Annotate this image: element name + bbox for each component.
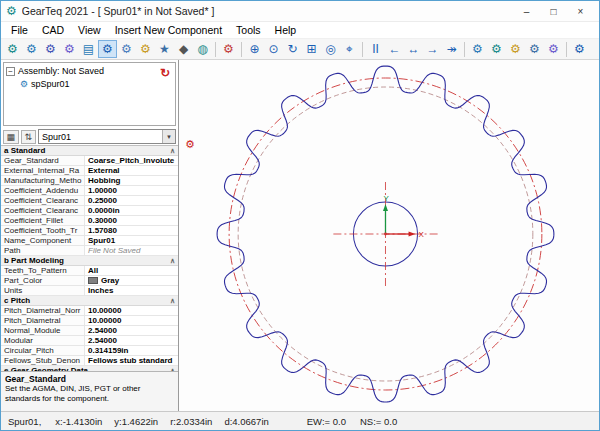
categorized-view-button[interactable]: ▦	[3, 130, 19, 144]
close-button[interactable]: ×	[567, 2, 594, 21]
internal-gear-tool[interactable]: ⚙	[117, 40, 136, 58]
property-row[interactable]: Gear_StandardCoarse_Pitch_Involute	[1, 156, 178, 166]
tree-node-assembly[interactable]: − Assembly: Not Saved	[6, 66, 173, 76]
property-row[interactable]: Coefficient_Clearanc0.25000	[1, 196, 178, 206]
property-row[interactable]: Coefficient_Tooth_Tr1.57080	[1, 226, 178, 236]
gear-train-tool[interactable]: ⚙	[136, 40, 155, 58]
center-distance-tool[interactable]: ⊕	[245, 40, 264, 58]
property-row[interactable]: Pitch_Diametral10.00000	[1, 316, 178, 326]
property-row[interactable]: Modular2.54000	[1, 336, 178, 346]
collapse-chevron-icon[interactable]: ∧	[170, 146, 175, 155]
database-tool[interactable]: ⚙	[525, 40, 544, 58]
app-window: ⚙ GearTeq 2021 - [ Spur01* in Not Saved*…	[0, 0, 600, 431]
property-value[interactable]: Gray	[85, 276, 178, 285]
refresh-icon[interactable]: ↻	[160, 66, 170, 80]
export-drawing-tool[interactable]: ⚙	[487, 40, 506, 58]
bevel-gear-tool[interactable]: ⚙	[60, 40, 79, 58]
minimize-button[interactable]: –	[513, 2, 540, 21]
property-row[interactable]: Coefficient_Fillet0.30000	[1, 216, 178, 226]
help-gear-tool[interactable]: ⚙	[570, 40, 589, 58]
property-row[interactable]: External_Internal_RaExternal	[1, 166, 178, 176]
property-row[interactable]: Name_ComponentSpur01	[1, 236, 178, 246]
property-value[interactable]: 1.57080	[85, 226, 178, 235]
property-row[interactable]: Pitch_Diametral_Norr10.00000	[1, 306, 178, 316]
cross-gear-tool[interactable]: ⚙	[22, 40, 41, 58]
rotate-gear-tool[interactable]: ↻	[283, 40, 302, 58]
property-category[interactable]: b Part Modeling∧	[1, 256, 178, 266]
drawing-canvas[interactable]: YX⚙	[179, 60, 599, 411]
property-value[interactable]: 10.00000	[85, 306, 178, 315]
property-row[interactable]: Coefficient_Addendu1.00000	[1, 186, 178, 196]
property-row[interactable]: Normal_Module2.54000	[1, 326, 178, 336]
rack-pinion-tool[interactable]: ▤	[79, 40, 98, 58]
property-value[interactable]: All	[85, 266, 178, 275]
gear-drawing[interactable]: YX⚙	[179, 60, 599, 411]
property-value[interactable]: External	[85, 166, 178, 175]
property-value[interactable]: 10.00000	[85, 316, 178, 325]
property-row[interactable]: Manufacturing_MethoHobbing	[1, 176, 178, 186]
step-back-button[interactable]: ←	[385, 40, 404, 58]
menu-item-tools[interactable]: Tools	[229, 23, 268, 37]
report-tool[interactable]: ⚙	[506, 40, 525, 58]
chevron-down-icon[interactable]: ▼	[162, 130, 175, 143]
property-value[interactable]: Hobbing	[85, 176, 178, 185]
property-row[interactable]: Coefficient_Clearanc0.0000in	[1, 206, 178, 216]
property-value[interactable]: 0.25000	[85, 196, 178, 205]
go-end-button[interactable]: ↠	[442, 40, 461, 58]
property-category[interactable]: c Pitch∧	[1, 296, 178, 306]
property-value[interactable]: 1.00000	[85, 186, 178, 195]
title-bar[interactable]: ⚙ GearTeq 2021 - [ Spur01* in Not Saved*…	[1, 1, 599, 22]
menu-item-help[interactable]: Help	[268, 23, 304, 37]
timing-pulley-tool[interactable]: ◍	[193, 40, 212, 58]
property-row[interactable]: Teeth_To_PatternAll	[1, 266, 178, 276]
collapse-chevron-icon[interactable]: ∧	[170, 296, 175, 305]
worm-gear-tool[interactable]: ⚙	[3, 40, 22, 58]
property-value[interactable]: Fellows stub standard	[85, 356, 178, 365]
maximize-button[interactable]: □	[540, 2, 567, 21]
tree-expander-icon[interactable]: −	[6, 67, 15, 76]
property-row[interactable]: Circular_Pitch0.314159in	[1, 346, 178, 356]
zoom-gear-tool[interactable]: ⌖	[340, 40, 359, 58]
property-value[interactable]: 0.30000	[85, 216, 178, 225]
alphabetical-sort-button[interactable]: ⇅	[21, 130, 37, 144]
left-panel: − Assembly: Not Saved ↻ ⚙ spSpur01 ▦ ⇅ ▼…	[1, 60, 179, 411]
property-value[interactable]: 2.54000	[85, 326, 178, 335]
property-grid[interactable]: a Standard∧Gear_StandardCoarse_Pitch_Inv…	[1, 145, 178, 371]
menu-item-insert-new-component[interactable]: Insert New Component	[108, 23, 229, 37]
step-forward-button[interactable]: →	[423, 40, 442, 58]
measure-pins-tool[interactable]: ⊙	[264, 40, 283, 58]
tree-child-label: spSpur01	[31, 79, 70, 89]
property-value[interactable]: File Not Saved	[85, 246, 178, 255]
property-category[interactable]: a Standard∧	[1, 146, 178, 156]
position-tool[interactable]: ⊞	[302, 40, 321, 58]
status-coordinate: x:-1.4130in	[55, 416, 102, 427]
property-row[interactable]: Fellows_Stub_DenonFellows stub standard	[1, 356, 178, 366]
menu-item-view[interactable]: View	[71, 23, 108, 37]
spline-shaft-tool[interactable]: ◆	[174, 40, 193, 58]
export-cad-tool[interactable]: ⚙	[468, 40, 487, 58]
property-value[interactable]: Coarse_Pitch_Involute	[85, 156, 178, 165]
property-value[interactable]: 0.314159in	[85, 346, 178, 355]
animation-tool[interactable]: ◎	[321, 40, 340, 58]
helical-gear-tool[interactable]: ⚙	[41, 40, 60, 58]
options-tool[interactable]: ⚙	[544, 40, 563, 58]
property-value[interactable]: 2.54000	[85, 336, 178, 345]
reverse-play-button[interactable]: ↔	[404, 40, 423, 58]
property-value[interactable]: 0.0000in	[85, 206, 178, 215]
property-name: Coefficient_Clearanc	[1, 196, 85, 205]
property-value[interactable]: Inches	[85, 286, 178, 295]
menu-item-cad[interactable]: CAD	[35, 23, 71, 37]
menu-item-file[interactable]: File	[4, 23, 35, 37]
pause-button[interactable]: II	[366, 40, 385, 58]
tree-node-spur01[interactable]: ⚙ spSpur01	[20, 79, 173, 89]
property-row[interactable]: Part_ColorGray	[1, 276, 178, 286]
mesh-pair-tool[interactable]: ⚙	[219, 40, 238, 58]
component-combo-input[interactable]	[39, 130, 162, 143]
spur-gear-tool[interactable]: ⚙	[98, 40, 117, 58]
property-value[interactable]: Spur01	[85, 236, 178, 245]
property-row[interactable]: PathFile Not Saved	[1, 246, 178, 256]
sprocket-tool[interactable]: ★	[155, 40, 174, 58]
status-ew: EW:= 0.0	[307, 416, 346, 427]
property-row[interactable]: UnitsInches	[1, 286, 178, 296]
collapse-chevron-icon[interactable]: ∧	[170, 256, 175, 265]
